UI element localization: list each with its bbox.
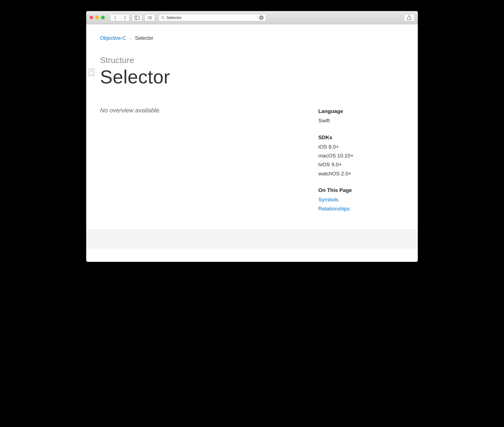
main-left: No overview available. [100,107,307,213]
page-title: Selector [100,66,404,88]
nav-group [110,14,130,21]
sdk-item: tvOS 9.0+ [318,160,404,169]
share-button[interactable] [404,14,414,21]
sdks-heading: SDKs [318,133,404,142]
breadcrumb-separator: › [130,36,131,41]
svg-point-4 [148,17,148,18]
sdks-list: iOS 8.0+ macOS 10.10+ tvOS 9.0+ watchOS … [318,143,404,178]
content-area: Objective-C › Selector Structure Selecto… [86,24,418,262]
kind-label: Structure [100,56,404,65]
search-field[interactable] [158,14,266,21]
header-block: Structure Selector [86,41,418,88]
window: Objective-C › Selector Structure Selecto… [86,11,418,262]
breadcrumb-parent-link[interactable]: Objective-C [100,35,126,41]
onthispage-link-relationships[interactable]: Relationships [318,204,404,213]
close-window-button[interactable] [90,16,93,19]
onthispage-link-symbols[interactable]: Symbols [318,195,404,204]
sdk-item: watchOS 2.0+ [318,169,404,178]
minimize-window-button[interactable] [95,16,99,19]
search-input[interactable] [166,15,258,20]
breadcrumb-current: Selector [135,35,153,41]
search-icon [161,16,165,20]
svg-line-9 [163,18,164,19]
svg-rect-0 [135,16,139,19]
zoom-window-button[interactable] [101,16,105,19]
language-heading: Language [318,107,404,116]
forward-button[interactable] [120,14,129,21]
traffic-lights [90,16,105,19]
onthispage-heading: On This Page [318,186,404,195]
clear-search-icon[interactable] [259,15,264,20]
bookmark-icon[interactable] [88,68,95,77]
language-value: Swift [318,116,404,125]
main-columns: No overview available. Language Swift SD… [86,88,418,230]
overview-text: No overview available. [100,107,307,114]
outline-toggle-button[interactable] [145,14,155,21]
footer-bar [86,230,418,249]
breadcrumb: Objective-C › Selector [86,24,418,41]
main-right: Language Swift SDKs iOS 8.0+ macOS 10.10… [318,107,404,213]
svg-point-6 [148,18,148,19]
sidebar-toggle-button[interactable] [132,14,142,21]
svg-point-2 [148,16,148,17]
back-button[interactable] [111,14,120,21]
sdk-item: macOS 10.10+ [318,151,404,160]
titlebar [86,11,418,24]
sdk-item: iOS 8.0+ [318,143,404,151]
